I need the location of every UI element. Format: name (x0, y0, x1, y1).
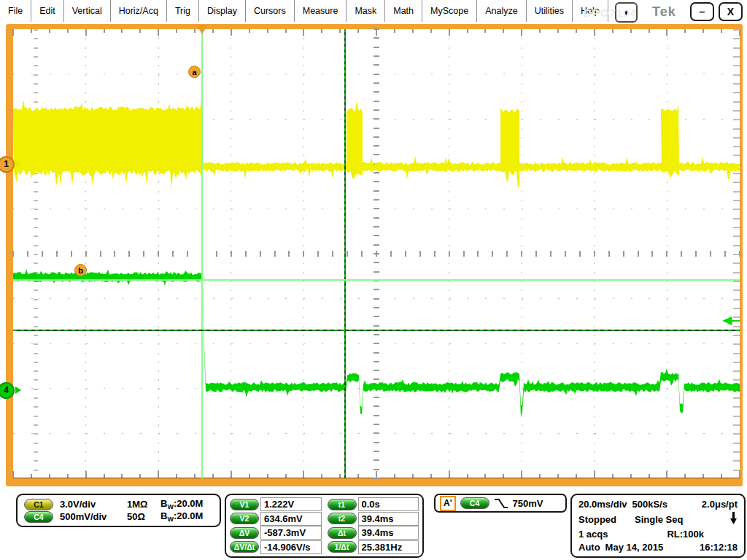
ch1-impedance: 1MΩ (127, 499, 160, 510)
cursor-b-marker[interactable]: b (74, 264, 87, 276)
ch1-burst (661, 104, 679, 179)
dv-button[interactable]: ΔV (230, 527, 259, 539)
t1-value: 0.0s (358, 497, 419, 511)
menu-item-math[interactable]: Math (385, 0, 422, 22)
falling-edge-icon (494, 498, 508, 509)
channel-1-arrow-icon (15, 160, 21, 168)
ch1-bandwidth: BW:20.0M (160, 498, 213, 510)
acq-state-row: Stopped Single Seq (578, 512, 738, 526)
acq-count-row: 1 acqs RL:100k (578, 529, 738, 540)
trigger-position-icon[interactable] (196, 25, 208, 34)
trigger-a-prime-badge[interactable]: A' (440, 496, 456, 511)
channel-4-arrow-icon (15, 386, 21, 394)
cursor-row-1dt: 1/Δt 25.381Hz (328, 540, 419, 554)
v2-value: 634.6mV (260, 512, 322, 526)
v1-button[interactable]: V1 (230, 499, 259, 510)
ch4-bandwidth: BW:20.0M (160, 510, 213, 523)
ch1-scale: 3.0V/div (60, 499, 96, 510)
waveform-plot (13, 29, 740, 478)
ch4-trace (13, 269, 740, 417)
cursor-row-dv: ΔV -587.3mV (230, 526, 322, 540)
model-watermark: DPO7104 (584, 7, 637, 19)
ch4-impedance: 50Ω (127, 511, 160, 522)
t1-button[interactable]: t1 (328, 499, 357, 510)
menu-item-cursors[interactable]: Cursors (246, 0, 295, 22)
channel-4-button[interactable]: C4 (24, 511, 53, 523)
tek-logo: Tek (652, 4, 676, 20)
menu-item-analyze[interactable]: Analyze (477, 0, 526, 22)
channel-1-badge: 1 (0, 156, 15, 173)
t2-value: 39.4ms (358, 512, 419, 526)
cursor-row-dt: Δt 39.4ms (328, 526, 419, 540)
menu-item-file[interactable]: File (0, 0, 31, 22)
channel-4-badge: 4 (0, 382, 15, 399)
menu-item-myscope[interactable]: MyScope (422, 0, 477, 22)
cursor-b-vertical-line[interactable] (344, 29, 346, 478)
t2-button[interactable]: t2 (328, 513, 357, 524)
minimize-icon: – (700, 6, 705, 18)
graticule: a b 1 4 (13, 29, 740, 478)
menu-item-utilities[interactable]: Utilities (527, 0, 573, 22)
menu-items: FileEditVerticalHoriz/AcqTrigDisplayCurs… (0, 0, 608, 22)
datetime-row: Auto May 14, 2015 16:12:18 (578, 542, 738, 553)
acq-mode: Single Seq (635, 514, 683, 525)
dt-button[interactable]: Δt (328, 527, 357, 539)
ch4-scale: 500mV/div (60, 511, 107, 522)
trigger-mode: Auto (578, 542, 600, 553)
dv-value: -587.3mV (260, 526, 322, 540)
menu-item-measure[interactable]: Measure (295, 0, 347, 22)
close-icon: X (727, 6, 734, 18)
menu-item-mask[interactable]: Mask (347, 0, 385, 22)
resolution: 2.0μs/pt (702, 499, 738, 510)
channel-1-readout: C1 3.0V/div 1MΩ BW:20.0M (24, 498, 213, 510)
menu-item-edit[interactable]: Edit (31, 0, 64, 22)
single-seq-icon (730, 512, 738, 526)
horizontal-acquisition-panel: 20.0ms/div 500kS/s 2.0μs/pt Stopped Sing… (570, 494, 746, 558)
trigger-readout-panel: A' C4 750mV (434, 494, 567, 513)
menu-item-vertical[interactable]: Vertical (64, 0, 111, 22)
menu-item-trig[interactable]: Trig (167, 0, 199, 22)
channel-1-reference-marker[interactable]: 1 (0, 156, 24, 172)
v2-button[interactable]: V2 (230, 513, 259, 524)
ch1-burst (500, 108, 519, 188)
cursor-time-column: t1 0.0s t2 39.4ms Δt 39.4ms 1/Δt 25.381H… (328, 497, 419, 554)
ch1-main-burst (13, 100, 202, 189)
cursor-a-vertical-line[interactable] (201, 29, 203, 478)
cursor-row-v1: V1 1.222V (230, 497, 322, 511)
menu-item-horiz-acq[interactable]: Horiz/Acq (111, 0, 167, 22)
channel-1-button[interactable]: C1 (24, 499, 53, 510)
ch1-burst (347, 101, 363, 179)
cursor-row-v2: V2 634.6mV (230, 512, 322, 526)
acq-count: 1 acqs (578, 529, 608, 540)
minimize-button[interactable]: – (690, 2, 714, 21)
cursor-row-dvdt: ΔV/Δt -14.906V/s (230, 540, 322, 554)
trigger-level-arrow-icon[interactable] (722, 315, 740, 328)
close-button[interactable]: X (719, 2, 743, 21)
acq-state: Stopped (578, 514, 616, 525)
inv-dt-button[interactable]: 1/Δt (328, 541, 357, 553)
timebase-row: 20.0ms/div 500kS/s 2.0μs/pt (578, 499, 738, 510)
scope-display-frame: a b 1 4 (6, 24, 743, 486)
cursor-row-t2: t2 39.4ms (328, 512, 419, 526)
trigger-level-value: 750mV (513, 498, 543, 509)
cursor-v1-horizontal-line[interactable] (13, 279, 740, 281)
cursor-v2-horizontal-line[interactable] (13, 330, 740, 331)
cursor-a-label: a (192, 68, 196, 77)
record-length: RL:100k (667, 529, 704, 540)
cursor-row-t1: t1 0.0s (328, 497, 419, 511)
dt-value: 39.4ms (358, 526, 419, 540)
channel-4-readout: C4 500mV/div 50Ω BW:20.0M (24, 510, 213, 523)
trigger-source-button[interactable]: C4 (460, 497, 489, 509)
cursor-b-label: b (78, 266, 83, 275)
time: 16:12:18 (700, 542, 738, 553)
cursor-voltage-column: V1 1.222V V2 634.6mV ΔV -587.3mV ΔV/Δt -… (230, 497, 322, 554)
channel-readout-panel: C1 3.0V/div 1MΩ BW:20.0M C4 500mV/div 50… (16, 494, 221, 527)
dvdt-button[interactable]: ΔV/Δt (230, 541, 259, 553)
menu-item-display[interactable]: Display (199, 0, 246, 22)
timebase-value: 20.0ms/div (578, 499, 627, 510)
dvdt-value: -14.906V/s (260, 540, 322, 554)
channel-4-reference-marker[interactable]: 4 (0, 382, 24, 398)
ch1-baseline (202, 156, 740, 179)
sample-rate: 500kS/s (632, 499, 667, 510)
cursor-a-marker[interactable]: a (188, 66, 201, 78)
